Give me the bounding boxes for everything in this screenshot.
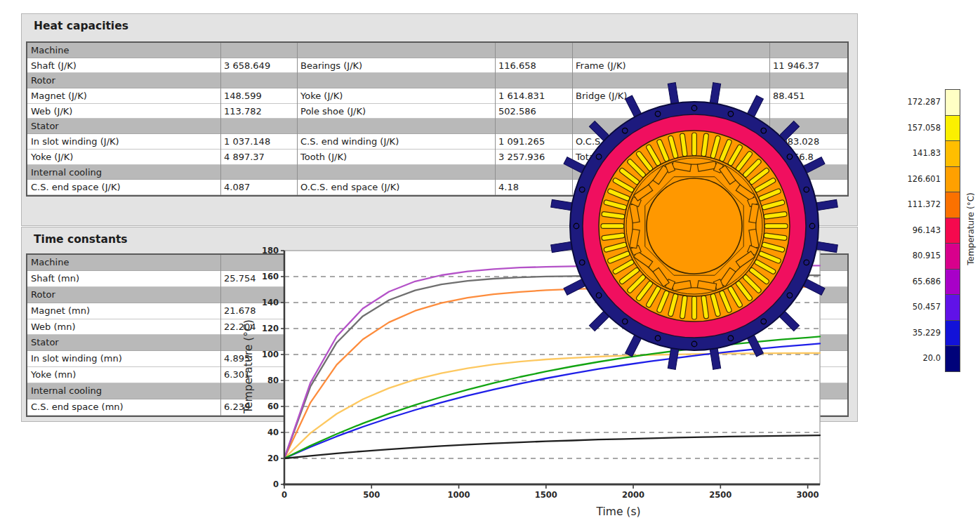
colorbar-segment bbox=[945, 243, 960, 270]
cell-label: Yoke (J/K) bbox=[27, 150, 220, 164]
colorbar-segment bbox=[945, 140, 960, 167]
y-tick-label: 120 bbox=[262, 324, 279, 333]
motor-cross-section-view[interactable] bbox=[543, 75, 845, 377]
colorbar-segment bbox=[945, 320, 960, 347]
cell-label: In slot winding (J/K) bbox=[27, 134, 220, 149]
colorbar-label: 20.0 bbox=[882, 345, 941, 371]
x-tick-label: 0 bbox=[282, 490, 287, 500]
x-tick-label: 2000 bbox=[622, 490, 644, 500]
x-tick-label: 1500 bbox=[535, 490, 557, 500]
column-divider bbox=[297, 43, 298, 195]
cell-label bbox=[297, 73, 495, 88]
stator-slot bbox=[764, 224, 788, 229]
cell-label: C.S. end space (J/K) bbox=[27, 180, 220, 194]
colorbar-label: 141.83 bbox=[882, 140, 941, 166]
frame-hole bbox=[809, 223, 815, 229]
x-tick-label: 2500 bbox=[709, 490, 731, 500]
stator-slot bbox=[601, 224, 624, 229]
cell-value: 116.658 bbox=[495, 58, 572, 73]
colorbar-segment bbox=[945, 294, 960, 321]
cell-value bbox=[220, 119, 297, 133]
table-row: Shaft (J/K)3 658.649Bearings (J/K)116.65… bbox=[27, 58, 847, 74]
stator-slot bbox=[692, 133, 697, 156]
x-tick-label: 3000 bbox=[797, 490, 819, 500]
frame-hole bbox=[691, 105, 697, 111]
colorbar-segment bbox=[945, 115, 960, 142]
cell-value: 3 658.649 bbox=[220, 58, 297, 73]
colorbar-label: 96.143 bbox=[882, 218, 941, 244]
cell-label: Pole shoe (J/K) bbox=[297, 104, 495, 119]
y-tick-label: 80 bbox=[267, 376, 279, 385]
cell-label: Bearings (J/K) bbox=[297, 58, 495, 73]
cell-value: 4 897.37 bbox=[220, 150, 297, 164]
y-tick-label: 40 bbox=[267, 428, 279, 437]
y-tick-label: 100 bbox=[262, 350, 279, 359]
colorbar-label: 80.915 bbox=[882, 243, 941, 269]
y-tick-label: 160 bbox=[262, 272, 279, 281]
cell-value: 113.782 bbox=[220, 104, 297, 119]
cell-label: Stator bbox=[27, 119, 220, 133]
x-tick-label: 1000 bbox=[448, 490, 470, 500]
frame-hole bbox=[574, 223, 579, 229]
section-row: Machine bbox=[27, 43, 847, 58]
colorbar-segment bbox=[945, 166, 960, 193]
cell-label: C.S. end space (mn) bbox=[27, 399, 220, 415]
cell-label bbox=[572, 43, 769, 58]
colorbar-segment bbox=[945, 89, 960, 116]
cell-value bbox=[769, 43, 847, 58]
cell-value: 11 946.37 bbox=[769, 58, 847, 73]
heat-capacities-title: Heat capacities bbox=[22, 14, 857, 32]
y-tick-label: 20 bbox=[267, 453, 279, 463]
cell-label: Frame (J/K) bbox=[572, 58, 769, 73]
colorbar-segment bbox=[945, 192, 960, 218]
colorbar-segment bbox=[945, 345, 960, 372]
cell-label: Shaft (J/K) bbox=[27, 58, 220, 73]
cell-label: Web (J/K) bbox=[27, 104, 220, 119]
cell-label: Machine bbox=[27, 43, 220, 58]
y-axis-title: Temperature (°C) bbox=[242, 319, 255, 414]
colorbar-label: 157.058 bbox=[882, 115, 941, 141]
temperature-colorbar: 172.287157.058141.83126.601111.37296.143… bbox=[882, 85, 980, 394]
cell-value bbox=[220, 165, 297, 180]
x-tick-label: 500 bbox=[363, 490, 380, 500]
frame-hole bbox=[691, 341, 697, 347]
x-axis-title: Time (s) bbox=[595, 505, 640, 518]
y-tick-label: 60 bbox=[267, 402, 279, 411]
cell-label: Machine bbox=[27, 255, 220, 270]
column-divider bbox=[220, 43, 221, 195]
cell-value bbox=[495, 43, 572, 58]
column-divider bbox=[220, 255, 221, 416]
cell-label: Magnet (J/K) bbox=[27, 88, 220, 103]
column-divider bbox=[495, 43, 496, 195]
cell-label: O.C.S. end space (J/K) bbox=[297, 180, 495, 194]
cell-label: Internal cooling bbox=[27, 383, 220, 399]
cell-label: Magnet (mn) bbox=[27, 303, 220, 319]
stator-slot bbox=[692, 296, 697, 319]
cell-label: Web (mn) bbox=[27, 319, 220, 335]
cell-label: C.S. end winding (J/K) bbox=[297, 134, 495, 149]
cell-label: Rotor bbox=[27, 287, 220, 303]
colorbar-segment bbox=[945, 218, 960, 244]
cell-label: Stator bbox=[27, 335, 220, 350]
colorbar-label: 50.457 bbox=[882, 294, 941, 320]
cell-label: Shaft (mn) bbox=[27, 271, 220, 286]
y-tick-label: 180 bbox=[262, 246, 279, 256]
colorbar-label: 65.686 bbox=[882, 269, 941, 295]
cell-label bbox=[297, 43, 495, 58]
colorbar-label: 172.287 bbox=[882, 89, 941, 115]
colorbar-label: 126.601 bbox=[882, 166, 941, 192]
cell-value bbox=[220, 43, 297, 58]
colorbar-segment bbox=[945, 269, 960, 296]
cell-label: Internal cooling bbox=[27, 165, 220, 180]
cell-label bbox=[297, 165, 495, 180]
cell-label: Yoke (mn) bbox=[27, 367, 220, 383]
y-tick-label: 140 bbox=[262, 298, 279, 307]
cell-label: In slot winding (mn) bbox=[27, 351, 220, 366]
y-tick-label: 0 bbox=[273, 479, 279, 489]
cell-label: Tooth (J/K) bbox=[297, 150, 495, 164]
cell-label: Yoke (J/K) bbox=[297, 88, 495, 103]
colorbar-title: Temperature (°C) bbox=[966, 192, 976, 265]
colorbar-label: 111.372 bbox=[882, 192, 941, 218]
cell-value bbox=[220, 73, 297, 88]
cell-value: 148.599 bbox=[220, 88, 297, 103]
